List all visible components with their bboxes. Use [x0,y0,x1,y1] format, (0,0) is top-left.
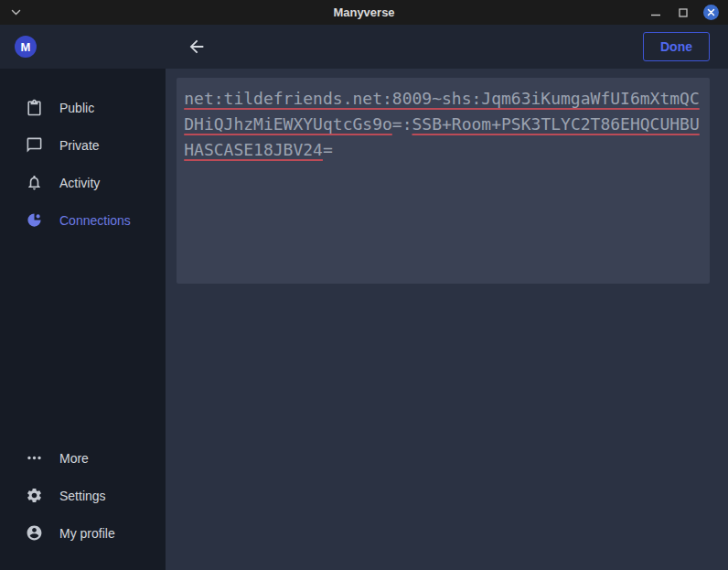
public-icon [25,99,43,117]
back-button[interactable] [183,33,210,60]
sidebar-item-label: My profile [59,526,115,541]
window-menu-chevron-icon[interactable] [11,9,21,16]
restore-button[interactable] [676,5,691,20]
sidebar-item-connections[interactable]: Connections [0,201,166,239]
close-button[interactable] [703,5,719,20]
sidebar-item-public[interactable]: Public [0,89,166,126]
arrow-left-icon [187,37,207,57]
sidebar: Public Private Activity Connections [0,69,166,570]
activity-icon [25,174,43,192]
sidebar-bottom: More Settings My profile [0,439,166,570]
sidebar-item-label: Activity [59,176,100,190]
settings-icon [25,487,43,505]
sidebar-item-label: More [59,451,89,466]
more-icon [25,449,43,468]
invite-text: net:tildefriends.net:8009~shs:Jqm63iKumg… [184,86,702,163]
titlebar[interactable]: Manyverse [0,0,728,25]
main-content: net:tildefriends.net:8009~shs:Jqm63iKumg… [166,69,728,570]
window-controls [648,5,728,20]
sidebar-item-more[interactable]: More [0,439,166,477]
sidebar-item-label: Connections [59,213,131,228]
private-icon [25,136,43,155]
minimize-button[interactable] [648,5,663,20]
window-title: Manyverse [0,5,728,19]
invite-code-input[interactable]: net:tildefriends.net:8009~shs:Jqm63iKumg… [177,78,710,284]
manyverse-window: Manyverse M Done [0,0,728,570]
invite-text-segment: = [323,140,333,159]
manyverse-logo: M [15,36,37,58]
done-button[interactable]: Done [643,32,710,61]
sidebar-item-activity[interactable]: Activity [0,164,166,201]
body-row: Public Private Activity Connections [0,69,728,570]
sidebar-item-label: Settings [59,489,106,503]
sidebar-item-label: Public [59,101,94,115]
connections-icon [25,211,43,230]
sidebar-item-settings[interactable]: Settings [0,477,166,514]
app-header: M Done [0,25,728,69]
profile-icon [25,524,43,543]
sidebar-item-my-profile[interactable]: My profile [0,514,166,552]
sidebar-item-private[interactable]: Private [0,126,166,164]
sidebar-item-label: Private [59,138,100,153]
invite-text-segment: =: [392,114,412,134]
